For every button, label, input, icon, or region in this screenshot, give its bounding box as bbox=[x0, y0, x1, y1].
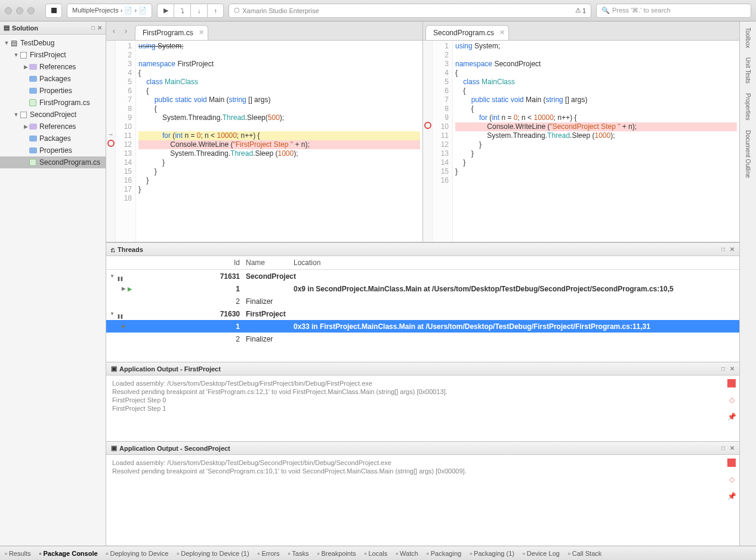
solution-title: Solution bbox=[12, 24, 38, 32]
step-into-button[interactable]: ↓ bbox=[190, 4, 207, 18]
statusbar-item[interactable]: ▫Packaging bbox=[427, 550, 461, 557]
search-icon: 🔍 bbox=[601, 7, 610, 14]
close-icon[interactable]: ✕ bbox=[199, 29, 204, 36]
thread-row[interactable]: ▶10x33 in FirstProject.MainClass.Main at… bbox=[106, 320, 739, 333]
thread-row[interactable]: ▼71630FirstProject bbox=[106, 307, 739, 320]
output-text[interactable]: Loaded assembly: /Users/tom/Desktop/Test… bbox=[106, 455, 739, 521]
xamarin-icon: ⬡ bbox=[234, 7, 240, 14]
tree-item[interactable]: ▼FirstProject bbox=[0, 49, 106, 61]
stop-output-icon[interactable] bbox=[727, 459, 736, 467]
terminal-icon: ▣ bbox=[111, 444, 117, 452]
statusbar-item[interactable]: ▫Locals bbox=[364, 550, 387, 557]
tree-item[interactable]: ▼SecondProject bbox=[0, 109, 106, 121]
nav-back[interactable]: ‹ bbox=[109, 26, 119, 36]
tab-firstprogram[interactable]: FirstProgram.cs ✕ bbox=[135, 25, 208, 40]
rail-tab[interactable]: Toolbox bbox=[743, 25, 752, 50]
code-editor-left[interactable]: → 123456789101112131415161718 using Syst… bbox=[106, 41, 422, 242]
project-breadcrumb[interactable]: MultipleProjects › 📄 › 📄 bbox=[67, 4, 152, 18]
thread-row[interactable]: 2Finalizer bbox=[106, 295, 739, 307]
panel-close-icon[interactable]: ✕ bbox=[730, 445, 735, 451]
search-placeholder: Press '⌘.' to search bbox=[612, 7, 671, 14]
rail-tab[interactable]: Properties bbox=[743, 91, 752, 123]
editor-tabbar-right: SecondProgram.cs ✕ bbox=[423, 21, 739, 41]
solution-sidebar: ▤ Solution □ ✕ ▼▤TestDebug▼FirstProject▶… bbox=[0, 21, 106, 546]
solution-tree[interactable]: ▼▤TestDebug▼FirstProject▶ReferencesPacka… bbox=[0, 35, 106, 171]
threads-panel: ⎌ Threads □ ✕ Id Name Location ▼71631Sec… bbox=[106, 242, 739, 362]
statusbar-item[interactable]: ▫Results bbox=[5, 550, 31, 557]
close-icon[interactable]: ✕ bbox=[499, 29, 505, 36]
debug-controls: ▶ ⤵ ↓ ↑ bbox=[157, 4, 224, 18]
statusbar-item[interactable]: ▫Deploying to Device bbox=[106, 550, 169, 557]
tree-item[interactable]: FirstProgram.cs bbox=[0, 97, 106, 109]
stop-button[interactable] bbox=[45, 4, 62, 18]
tab-label: SecondProgram.cs bbox=[433, 29, 494, 37]
clear-output-icon[interactable]: ◇ bbox=[727, 475, 736, 484]
minimize-window[interactable] bbox=[16, 7, 23, 14]
tree-item[interactable]: Packages bbox=[0, 73, 106, 85]
panel-dock-icon[interactable]: □ bbox=[91, 24, 95, 31]
statusbar-item[interactable]: ▫Breakpoints bbox=[317, 550, 356, 557]
code-editor-right[interactable]: 12345678910111213141516 using System;nam… bbox=[423, 41, 739, 242]
tree-item[interactable]: Properties bbox=[0, 85, 106, 97]
output-title: Application Output - FirstProject bbox=[119, 365, 221, 373]
tab-secondprogram[interactable]: SecondProgram.cs ✕ bbox=[425, 25, 509, 40]
panel-close-icon[interactable]: ✕ bbox=[97, 24, 102, 31]
rail-tab[interactable]: Document Outline bbox=[743, 128, 752, 180]
search-input[interactable]: 🔍 Press '⌘.' to search bbox=[596, 4, 751, 18]
step-over-button[interactable]: ⤵ bbox=[174, 4, 190, 18]
right-rail: ToolboxUnit TestsPropertiesDocument Outl… bbox=[739, 21, 756, 546]
stop-output-icon[interactable] bbox=[727, 379, 736, 387]
nav-forward[interactable]: › bbox=[121, 26, 131, 36]
close-window[interactable] bbox=[5, 7, 12, 14]
pin-output-icon[interactable]: 📌 bbox=[727, 492, 736, 500]
output-content: Loaded assembly: /Users/tom/Desktop/Test… bbox=[112, 379, 733, 413]
tree-item[interactable]: SecondProgram.cs bbox=[0, 156, 106, 168]
threads-title: Threads bbox=[118, 246, 143, 253]
breakpoint-icon[interactable] bbox=[107, 140, 115, 147]
col-loc: Location bbox=[294, 259, 739, 267]
editor-right: SecondProgram.cs ✕ 123456789101112131415… bbox=[423, 21, 739, 242]
thread-row[interactable]: ▶▶10x9 in SecondProject.MainClass.Main a… bbox=[106, 282, 739, 295]
tree-item[interactable]: ▶References bbox=[0, 61, 106, 73]
output-content: Loaded assembly: /Users/tom/Desktop/Test… bbox=[112, 459, 733, 475]
threads-icon: ⎌ bbox=[111, 246, 115, 253]
zoom-window[interactable] bbox=[27, 7, 35, 14]
statusbar-item[interactable]: ▫Package Console bbox=[39, 550, 98, 557]
solution-header: ▤ Solution □ ✕ bbox=[0, 21, 106, 35]
tree-item[interactable]: Packages bbox=[0, 133, 106, 144]
statusbar-item[interactable]: ▫Packaging (1) bbox=[470, 550, 514, 557]
statusbar-item[interactable]: ▫Errors bbox=[258, 550, 280, 557]
editor-tabbar-left: ‹ › FirstProgram.cs ✕ bbox=[106, 21, 422, 41]
statusbar-item[interactable]: ▫Device Log bbox=[523, 550, 560, 557]
thread-row[interactable]: ▼71631SecondProject bbox=[106, 270, 739, 282]
col-id: Id bbox=[220, 259, 246, 267]
run-button[interactable]: ▶ bbox=[157, 4, 174, 18]
status-bar: ▫Results▫Package Console▫Deploying to De… bbox=[0, 546, 756, 560]
window-controls bbox=[5, 7, 35, 14]
warning-badge[interactable]: ⚠1 bbox=[575, 7, 586, 14]
output-panel-second: ▣ Application Output - SecondProject □ ✕… bbox=[106, 441, 739, 521]
col-name: Name bbox=[246, 259, 294, 267]
panel-close-icon[interactable]: ✕ bbox=[730, 246, 735, 253]
tree-item[interactable]: Properties bbox=[0, 144, 106, 156]
output-text[interactable]: Loaded assembly: /Users/tom/Desktop/Test… bbox=[106, 376, 739, 441]
breakpoint-icon[interactable] bbox=[424, 122, 431, 129]
panel-close-icon[interactable]: ✕ bbox=[730, 365, 735, 372]
threads-table[interactable]: Id Name Location ▼71631SecondProject▶▶10… bbox=[106, 256, 739, 345]
panel-dock-icon[interactable]: □ bbox=[721, 246, 725, 253]
statusbar-item[interactable]: ▫Tasks bbox=[288, 550, 308, 557]
step-out-button[interactable]: ↑ bbox=[207, 4, 224, 18]
tree-item[interactable]: ▼▤TestDebug bbox=[0, 37, 106, 49]
panel-dock-icon[interactable]: □ bbox=[721, 365, 725, 372]
panel-dock-icon[interactable]: □ bbox=[721, 445, 725, 451]
output-title: Application Output - SecondProject bbox=[119, 445, 230, 452]
statusbar-item[interactable]: ▫Call Stack bbox=[568, 550, 601, 557]
clear-output-icon[interactable]: ◇ bbox=[727, 396, 736, 404]
pin-output-icon[interactable]: 📌 bbox=[727, 413, 736, 421]
statusbar-item[interactable]: ▫Deploying to Device (1) bbox=[177, 550, 249, 557]
status-field: ⬡ Xamarin Studio Enterprise ⚠1 bbox=[229, 4, 591, 18]
thread-row[interactable]: 2Finalizer bbox=[106, 333, 739, 345]
tree-item[interactable]: ▶References bbox=[0, 121, 106, 133]
rail-tab[interactable]: Unit Tests bbox=[743, 55, 752, 86]
statusbar-item[interactable]: ▫Watch bbox=[396, 550, 418, 557]
